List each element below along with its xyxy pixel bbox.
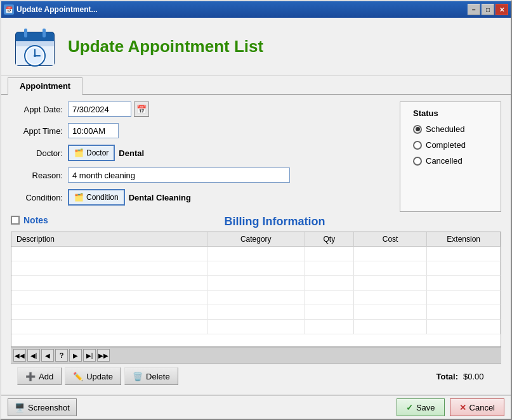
col-header-category: Category	[207, 232, 305, 247]
status-scheduled-radio[interactable]: Scheduled	[413, 124, 488, 134]
close-button[interactable]: ✕	[496, 4, 508, 15]
table-cell	[427, 291, 501, 305]
table-cell	[305, 320, 353, 334]
calendar-small-icon: 📅	[136, 105, 147, 114]
table-cell	[353, 320, 427, 334]
doctor-label: Doctor:	[11, 148, 68, 158]
nav-next-button[interactable]: ▶	[69, 349, 82, 362]
col-header-extension: Extension	[427, 232, 501, 247]
scheduled-radio-circle[interactable]	[413, 125, 422, 134]
billing-table: Description Category Qty Cost Extension	[11, 232, 501, 334]
status-completed-radio[interactable]: Completed	[413, 140, 488, 150]
update-button[interactable]: ✏️ Update	[65, 367, 121, 385]
col-header-cost: Cost	[353, 232, 427, 247]
table-cell	[427, 305, 501, 320]
table-row	[11, 291, 501, 305]
cancelled-radio-circle[interactable]	[413, 157, 422, 166]
table-cell	[353, 276, 427, 291]
table-cell	[11, 320, 207, 334]
condition-label: Condition:	[11, 193, 68, 202]
calendar-icon-large	[11, 23, 58, 70]
reason-input[interactable]	[68, 167, 290, 183]
appt-time-row: Appt Time:	[11, 123, 390, 138]
table-cell	[305, 276, 353, 291]
title-bar-left: 📅 Update Appointment...	[4, 4, 98, 15]
doctor-name: Dental	[119, 148, 144, 158]
delete-button[interactable]: 🗑️ Delete	[124, 367, 178, 385]
notes-section: Notes	[11, 215, 48, 225]
billing-table-header: Description Category Qty Cost Extension	[11, 232, 501, 247]
table-row	[11, 276, 501, 291]
save-button[interactable]: ✓ Save	[397, 398, 445, 416]
completed-radio-circle[interactable]	[413, 141, 422, 150]
screenshot-button[interactable]: 🖥️ Screenshot	[8, 398, 77, 416]
tab-appointment[interactable]: Appointment	[8, 77, 82, 95]
appt-time-input[interactable]	[68, 123, 119, 138]
completed-label: Completed	[426, 140, 466, 150]
add-icon: ➕	[25, 372, 36, 381]
table-cell	[353, 261, 427, 276]
app-icon: 📅	[4, 4, 14, 15]
col-header-description: Description	[11, 232, 207, 247]
update-label: Update	[86, 372, 113, 381]
table-cell	[305, 291, 353, 305]
table-cell	[11, 276, 207, 291]
appt-date-row: Appt Date: 📅	[11, 102, 390, 117]
nav-next-last-button[interactable]: ▶|	[83, 349, 96, 362]
screenshot-icon: 🖥️	[15, 403, 25, 412]
add-button[interactable]: ➕ Add	[17, 367, 62, 385]
table-cell	[353, 247, 427, 261]
form-section: Appt Date: 📅 Appt Time: Doctor: 🗂️	[11, 102, 390, 212]
title-bar-buttons: − □ ✕	[468, 4, 508, 15]
delete-icon: 🗑️	[133, 372, 143, 381]
table-cell	[207, 305, 305, 320]
title-bar: 📅 Update Appointment... − □ ✕	[1, 1, 511, 18]
nav-last-button[interactable]: ▶▶	[97, 349, 110, 362]
total-area: Total: $0.00	[437, 372, 495, 381]
table-cell	[427, 247, 501, 261]
col-header-qty: Qty	[305, 232, 353, 247]
svg-rect-2	[16, 37, 54, 41]
table-cell	[207, 276, 305, 291]
table-cell	[305, 261, 353, 276]
window-title: Update Appointment...	[16, 5, 98, 14]
save-label: Save	[416, 403, 435, 412]
condition-btn-label: Condition	[86, 193, 119, 202]
table-cell	[427, 320, 501, 334]
table-cell	[353, 305, 427, 320]
table-row	[11, 261, 501, 276]
table-cell	[305, 247, 353, 261]
table-cell	[427, 261, 501, 276]
billing-table-body	[11, 247, 501, 334]
total-label: Total:	[437, 372, 458, 381]
condition-name: Dental Cleaning	[129, 193, 191, 202]
total-value: $0.00	[463, 372, 495, 381]
date-picker-button[interactable]: 📅	[134, 102, 149, 117]
condition-button[interactable]: 🗂️ Condition	[68, 189, 125, 206]
notes-billing-row: Notes Billing Information	[11, 215, 501, 228]
svg-rect-5	[24, 29, 27, 37]
cancel-button[interactable]: ✕ Cancel	[450, 398, 504, 416]
maximize-button[interactable]: □	[482, 4, 494, 15]
appt-date-input[interactable]	[68, 102, 131, 117]
add-label: Add	[39, 372, 53, 381]
status-cancelled-radio[interactable]: Cancelled	[413, 156, 488, 166]
condition-row: Condition: 🗂️ Condition Dental Cleaning	[11, 189, 390, 206]
footer-right: ✓ Save ✕ Cancel	[397, 398, 504, 416]
nav-prev-first-button[interactable]: ◀|	[27, 349, 40, 362]
nav-bar: ◀◀ ◀| ◀ ? ▶ ▶| ▶▶	[11, 347, 501, 364]
table-row	[11, 305, 501, 320]
notes-checkbox[interactable]	[11, 216, 20, 225]
bottom-buttons: ➕ Add ✏️ Update 🗑️ Delete Total: $0.00	[11, 364, 501, 388]
header-area: Update Appointment List	[1, 18, 511, 76]
minimize-button[interactable]: −	[468, 4, 480, 15]
nav-prev-button[interactable]: ◀	[41, 349, 54, 362]
doctor-button[interactable]: 🗂️ Doctor	[68, 145, 115, 161]
main-window: 📅 Update Appointment... − □ ✕	[0, 0, 512, 420]
cancel-label: Cancel	[469, 403, 495, 412]
nav-help-button[interactable]: ?	[55, 349, 68, 362]
content-area: Appt Date: 📅 Appt Time: Doctor: 🗂️	[1, 95, 511, 395]
table-cell	[11, 261, 207, 276]
nav-first-button[interactable]: ◀◀	[13, 349, 26, 362]
table-cell	[305, 305, 353, 320]
